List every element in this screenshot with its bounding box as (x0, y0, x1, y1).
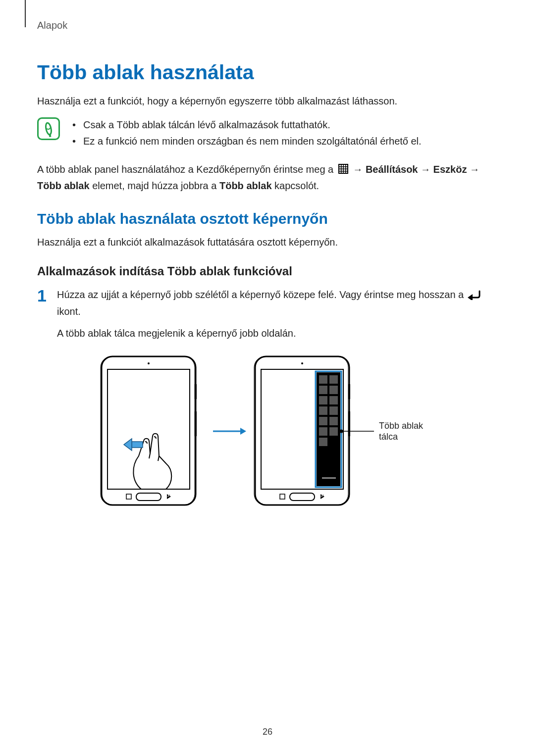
svg-rect-13 (341, 169, 343, 171)
nav-text: A több ablak panel használatához a Kezdő… (37, 164, 336, 175)
svg-rect-10 (344, 167, 345, 169)
nav-text: elemet, majd húzza jobbra a (92, 180, 219, 191)
arrow-sep: → (470, 164, 480, 175)
intro-paragraph: Használja ezt a funkciót, hogy a képerny… (37, 94, 498, 108)
svg-rect-2 (49, 134, 52, 137)
page: Alapok Több ablak használata Használja e… (0, 0, 535, 756)
back-arrow-icon (468, 289, 482, 304)
svg-rect-12 (339, 169, 341, 171)
svg-rect-7 (346, 165, 347, 166)
figure: Több ablak tálca Több ablak tálca (37, 354, 498, 510)
svg-rect-25 (195, 384, 197, 399)
step-text: Húzza az ujját a képernyő jobb szélétől … (57, 289, 467, 300)
svg-rect-16 (339, 172, 341, 173)
svg-rect-8 (339, 167, 341, 169)
step-line-2: A több ablak tálca megjelenik a képernyő… (57, 326, 498, 341)
svg-rect-51 (319, 417, 327, 425)
apps-grid-icon (338, 163, 348, 178)
svg-rect-46 (329, 386, 338, 394)
step-number: 1 (37, 287, 47, 348)
navigation-path: A több ablak panel használatához a Kezdő… (37, 162, 498, 194)
svg-rect-50 (329, 406, 338, 415)
section-subtitle: Több ablak használata osztott képernyőn (37, 210, 498, 227)
nav-bold: Több ablak (37, 180, 90, 191)
svg-rect-56 (322, 477, 336, 479)
svg-rect-48 (329, 396, 338, 404)
svg-rect-49 (319, 406, 327, 415)
step-1: 1 Húzza az ujját a képernyő jobb szélétő… (37, 287, 498, 348)
svg-rect-45 (319, 386, 327, 394)
note-block: Csak a Több ablak tálcán lévő alkalmazás… (37, 117, 498, 150)
svg-rect-14 (344, 169, 345, 171)
top-left-rule (25, 0, 26, 27)
svg-rect-53 (319, 427, 327, 436)
step-body: Húzza az ujját a képernyő jobb szélétől … (57, 287, 498, 348)
nav-bold: Beállítások (366, 164, 418, 175)
svg-rect-18 (344, 172, 345, 173)
svg-rect-17 (341, 172, 343, 173)
note-list: Csak a Több ablak tálcán lévő alkalmazás… (72, 117, 422, 150)
svg-rect-37 (348, 384, 350, 399)
page-title: Több ablak használata (37, 61, 498, 84)
svg-rect-38 (348, 411, 350, 436)
svg-rect-4 (339, 165, 341, 166)
svg-rect-52 (329, 417, 338, 425)
callout-text-1: Több ablak (379, 421, 424, 431)
sub-subtitle: Alkalmazások indítása Több ablak funkció… (37, 264, 498, 278)
svg-rect-29 (132, 442, 143, 448)
svg-rect-26 (195, 411, 197, 436)
svg-rect-6 (344, 165, 345, 166)
nav-bold: Több ablak (219, 180, 272, 191)
nav-text: kapcsolót. (274, 180, 319, 191)
svg-marker-20 (468, 294, 473, 300)
svg-point-23 (148, 362, 150, 364)
svg-rect-43 (319, 375, 327, 384)
arrow-sep: → (353, 164, 366, 175)
note-icon (37, 117, 60, 142)
nav-bold: Eszköz (433, 164, 467, 175)
svg-rect-11 (346, 167, 347, 169)
note-item: Csak a Több ablak tálcán lévő alkalmazás… (72, 117, 422, 133)
step-line-1: Húzza az ujját a képernyő jobb szélétől … (57, 287, 498, 319)
svg-rect-15 (346, 169, 347, 171)
svg-rect-55 (319, 438, 327, 446)
svg-rect-5 (341, 165, 343, 166)
sub-intro: Használja ezt a funkciót alkalmazások fu… (37, 235, 498, 250)
svg-point-35 (301, 362, 303, 364)
svg-rect-54 (329, 427, 338, 436)
arrow-sep: → (421, 164, 433, 175)
callout-text-2: tálca (379, 432, 398, 442)
svg-rect-9 (341, 167, 343, 169)
step-text: ikont. (57, 306, 81, 317)
note-item: Ez a funkció nem minden országban és nem… (72, 134, 422, 149)
breadcrumb: Alapok (37, 20, 498, 31)
svg-marker-32 (240, 428, 246, 435)
svg-rect-44 (329, 375, 338, 384)
svg-rect-47 (319, 396, 327, 404)
svg-rect-19 (346, 172, 347, 173)
page-number: 26 (0, 727, 535, 737)
